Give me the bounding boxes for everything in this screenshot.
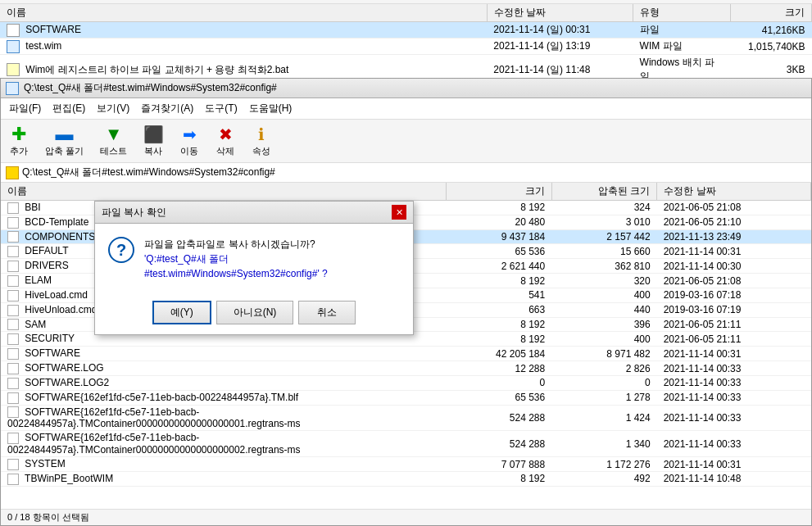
dialog-yes-button[interactable]: 예(Y) xyxy=(152,301,211,324)
copy-confirm-dialog: 파일 복사 확인 ✕ ? 파일을 압축파일로 복사 하시겠습니까? 'Q:#te… xyxy=(94,201,414,335)
dialog-buttons: 예(Y) 아니요(N) 취소 xyxy=(95,294,413,334)
dialog-question: 파일을 압축파일로 복사 하시겠습니까? xyxy=(144,237,400,252)
question-icon: ? xyxy=(108,237,134,263)
dialog-overlay: 파일 복사 확인 ✕ ? 파일을 압축파일로 복사 하시겠습니까? 'Q:#te… xyxy=(0,0,812,526)
dialog-no-button[interactable]: 아니요(N) xyxy=(216,301,294,324)
dialog-message: 파일을 압축파일로 복사 하시겠습니까? 'Q:#test_Q#새 폴더#tes… xyxy=(144,237,400,281)
dialog-titlebar: 파일 복사 확인 ✕ xyxy=(95,202,413,224)
dialog-path: 'Q:#test_Q#새 폴더#test.wim#Windows#System3… xyxy=(144,252,400,281)
dialog-close-button[interactable]: ✕ xyxy=(392,205,406,220)
dialog-body: ? 파일을 압축파일로 복사 하시겠습니까? 'Q:#test_Q#새 폴더#t… xyxy=(95,224,413,294)
dialog-cancel-button[interactable]: 취소 xyxy=(298,301,356,324)
dialog-title-text: 파일 복사 확인 xyxy=(102,206,166,220)
